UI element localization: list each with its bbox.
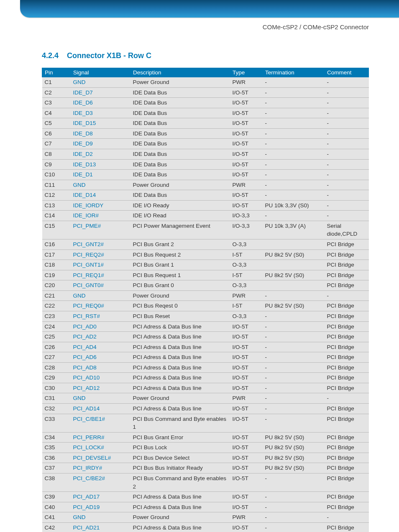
cell-signal: IDE_IORDY	[71, 200, 130, 211]
table-row: C10IDE_D1IDE Data BusI/O-5T--	[42, 170, 369, 180]
cell-comment: PCI Bridge	[325, 321, 369, 332]
cell-description: IDE Data Bus	[130, 170, 230, 180]
cell-signal: IDE_IOR#	[71, 211, 130, 221]
table-row: C7IDE_D9IDE Data BusI/O-5T--	[42, 139, 369, 149]
cell-termination: -	[263, 159, 325, 170]
cell-signal: PCI_AD6	[71, 352, 130, 363]
cell-termination: -	[263, 522, 325, 532]
cell-signal: IDE_D7	[71, 87, 130, 98]
cell-signal: IDE_D8	[71, 128, 130, 139]
cell-comment: PCI Bridge	[325, 522, 369, 532]
cell-description: Power Ground	[130, 290, 230, 301]
cell-description: PCI Bus Reset	[130, 311, 230, 321]
th-comment: Comment	[325, 68, 369, 77]
cell-comment: PCI Bridge	[325, 383, 369, 393]
cell-comment: PCI Bridge	[325, 280, 369, 291]
table-row: C42PCI_AD21PCI Adress & Data Bus lineI/O…	[42, 522, 369, 532]
table-row: C20PCI_GNT0#PCI Bus Grant 0O-3,3PCI Brid…	[42, 280, 369, 291]
cell-signal: PCI_C/BE1#	[71, 414, 130, 432]
cell-pin: C32	[42, 404, 71, 414]
cell-termination: -	[263, 108, 325, 118]
cell-pin: C13	[42, 200, 71, 211]
table-row: C14IDE_IOR#IDE I/O ReadI/O-3,3--	[42, 211, 369, 221]
cell-description: PCI Adress & Data Bus line	[130, 383, 230, 393]
cell-type: I/O-5T	[230, 149, 263, 159]
cell-termination: -	[263, 211, 325, 221]
cell-termination: -	[263, 414, 325, 432]
cell-pin: C31	[42, 393, 71, 404]
cell-signal: GND	[71, 512, 130, 523]
cell-comment: -	[325, 128, 369, 139]
th-type: Type	[230, 68, 263, 77]
table-header-row: Pin Signal Description Type Termination …	[42, 68, 369, 77]
cell-signal: PCI_REQ0#	[71, 301, 130, 311]
table-row: C11GNDPower GroundPWR--	[42, 180, 369, 190]
cell-comment: PCI Bridge	[325, 373, 369, 383]
cell-type: I/O-5T	[230, 373, 263, 383]
cell-pin: C17	[42, 249, 71, 260]
cell-type: I/O-5T	[230, 432, 263, 443]
cell-description: PCI Bus Command and Byte enables 2	[130, 473, 230, 491]
cell-description: IDE Data Bus	[130, 139, 230, 149]
table-row: C2IDE_D7IDE Data BusI/O-5T--	[42, 87, 369, 98]
cell-type: I/O-5T	[230, 332, 263, 342]
cell-termination: -	[263, 362, 325, 373]
cell-pin: C12	[42, 190, 71, 201]
cell-termination: PU 8k2 5V (S0)	[263, 432, 325, 443]
cell-signal: PCI_GNT2#	[71, 239, 130, 250]
cell-comment: -	[325, 170, 369, 180]
cell-pin: C38	[42, 473, 71, 491]
cell-signal: IDE_D15	[71, 118, 130, 129]
page-content: 4.2.4 Connector X1B - Row C Pin Signal D…	[0, 31, 399, 532]
cell-pin: C18	[42, 260, 71, 270]
cell-pin: C23	[42, 311, 71, 321]
th-signal: Signal	[71, 68, 130, 77]
cell-signal: PCI_AD4	[71, 342, 130, 352]
cell-comment: -	[325, 98, 369, 108]
cell-termination: -	[263, 190, 325, 201]
cell-termination: PU 8k2 5V (S0)	[263, 463, 325, 473]
section-title: Connector X1B - Row C	[67, 51, 151, 60]
cell-pin: C15	[42, 221, 71, 239]
cell-pin: C6	[42, 128, 71, 139]
cell-termination: PU 10k 3,3V (S0)	[263, 200, 325, 211]
cell-signal: PCI_AD0	[71, 321, 130, 332]
table-row: C34PCI_PERR#PCI Bus Grant ErrorI/O-5TPU …	[42, 432, 369, 443]
cell-termination: PU 8k2 5V (S0)	[263, 301, 325, 311]
cell-type: I/O-5T	[230, 473, 263, 491]
cell-comment: Serial diode,CPLD	[325, 221, 369, 239]
cell-pin: C35	[42, 443, 71, 453]
cell-termination: -	[263, 180, 325, 190]
cell-pin: C42	[42, 522, 71, 532]
table-row: C32PCI_AD14PCI Adress & Data Bus lineI/O…	[42, 404, 369, 414]
cell-type: I/O-5T	[230, 342, 263, 352]
breadcrumb: COMe-cSP2 / COMe-cSP2 Connector	[0, 18, 399, 31]
cell-pin: C19	[42, 270, 71, 280]
cell-type: I/O-5T	[230, 159, 263, 170]
cell-termination: -	[263, 87, 325, 98]
cell-signal: PCI_AD19	[71, 502, 130, 512]
table-row: C31GNDPower GroundPWR--	[42, 393, 369, 404]
cell-type: I/O-5T	[230, 362, 263, 373]
cell-description: IDE Data Bus	[130, 159, 230, 170]
cell-description: Power Ground	[130, 512, 230, 523]
cell-comment: -	[325, 77, 369, 88]
cell-termination: -	[263, 473, 325, 491]
cell-termination: PU 8k2 5V (S0)	[263, 443, 325, 453]
cell-type: I/O-5T	[230, 170, 263, 180]
cell-pin: C1	[42, 77, 71, 88]
cell-termination	[263, 239, 325, 250]
cell-type: O-3,3	[230, 280, 263, 291]
table-row: C5IDE_D15IDE Data BusI/O-5T--	[42, 118, 369, 129]
cell-signal: PCI_IRDY#	[71, 463, 130, 473]
cell-type: I-5T	[230, 249, 263, 260]
cell-description: PCI Adress & Data Bus line	[130, 373, 230, 383]
cell-pin: C8	[42, 149, 71, 159]
cell-description: PCI Bus Lock	[130, 443, 230, 453]
cell-description: IDE Data Bus	[130, 128, 230, 139]
cell-description: PCI Bus Grant 2	[130, 239, 230, 250]
cell-signal: IDE_D14	[71, 190, 130, 201]
cell-type: O-3,3	[230, 260, 263, 270]
table-row: C22PCI_REQ0#PCI Bus Reqest 0I-5TPU 8k2 5…	[42, 301, 369, 311]
cell-description: IDE Data Bus	[130, 98, 230, 108]
